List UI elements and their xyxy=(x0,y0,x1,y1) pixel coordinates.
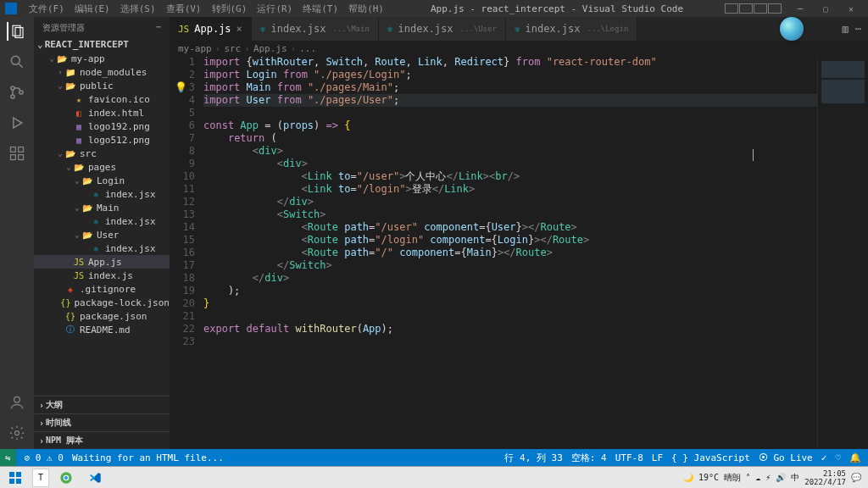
layout-right-icon[interactable] xyxy=(754,3,767,14)
code-content[interactable]: import {withRouter, Switch, Route, Link,… xyxy=(203,56,817,449)
folder-row[interactable]: ⌄📂Login xyxy=(34,174,170,187)
code-line[interactable]: </Switch> xyxy=(203,259,817,272)
file-row[interactable]: JSindex.js xyxy=(34,269,170,282)
extensions-icon[interactable] xyxy=(8,144,26,163)
code-line[interactable]: <Route path="/" component={Main}></Route… xyxy=(203,247,817,259)
menu-item[interactable]: 终端(T) xyxy=(298,1,343,17)
status-item[interactable]: 行 4, 列 33 xyxy=(504,452,562,464)
code-line[interactable]: ); xyxy=(203,285,817,297)
folder-row[interactable]: ⌄📂src xyxy=(34,147,170,160)
sidebar-more-icon[interactable]: ⋯ xyxy=(156,22,161,34)
file-row[interactable]: JSApp.js xyxy=(34,255,170,269)
menu-item[interactable]: 运行(R) xyxy=(252,1,298,17)
taskbar-clock[interactable]: 21:05 2022/4/17 xyxy=(804,469,846,486)
menu-item[interactable]: 帮助(H) xyxy=(343,1,389,17)
search-icon[interactable] xyxy=(8,53,26,71)
split-editor-icon[interactable]: ▥ xyxy=(843,23,849,35)
code-line[interactable] xyxy=(203,107,817,119)
account-icon[interactable] xyxy=(8,393,26,412)
status-item[interactable]: UTF-8 xyxy=(615,452,643,463)
layout-grid-icon[interactable] xyxy=(768,3,782,14)
taskbar-search[interactable]: T xyxy=(32,469,49,487)
breadcrumb-item[interactable]: App.js xyxy=(253,43,287,54)
file-row[interactable]: ⚛index.jsx xyxy=(34,214,170,228)
status-item[interactable]: 🔔 xyxy=(849,452,861,463)
minimap[interactable] xyxy=(817,56,868,449)
file-row[interactable]: ◈.gitignore xyxy=(34,282,170,296)
folder-row[interactable]: ⌄📂my-app xyxy=(34,52,170,65)
sidebar-section[interactable]: ›大纲 xyxy=(34,396,170,413)
taskbar-chrome-icon[interactable] xyxy=(54,469,78,487)
start-button[interactable] xyxy=(3,469,27,487)
status-item[interactable]: ♡ xyxy=(835,452,841,463)
layout-icons[interactable] xyxy=(725,3,782,14)
status-item[interactable]: 空格: 4 xyxy=(571,452,607,464)
code-line[interactable]: <Link to="/login">登录</Link> xyxy=(203,183,817,196)
code-line[interactable]: <Route path="/login" component={Login}><… xyxy=(203,234,817,247)
editor-tab[interactable]: ⚛index.jsx...\Login xyxy=(506,17,637,41)
code-line[interactable] xyxy=(203,336,817,348)
code-line[interactable]: <div> xyxy=(203,158,817,170)
layout-bottom-icon[interactable] xyxy=(739,3,753,14)
breadcrumb[interactable]: my-app›src›App.js›... xyxy=(170,41,868,56)
sidebar-section[interactable]: ›时间线 xyxy=(34,413,170,431)
code-line[interactable]: import {withRouter, Switch, Route, Link,… xyxy=(203,56,817,69)
maximize-button[interactable]: ▢ xyxy=(814,4,837,14)
code-line[interactable]: <Link to="/user">个人中心</Link><br/> xyxy=(203,170,817,183)
file-row[interactable]: ◧index.html xyxy=(34,106,170,119)
remote-indicator[interactable]: ⇋ xyxy=(0,449,16,466)
code-line[interactable]: return ( xyxy=(203,132,817,145)
taskbar-vscode-icon[interactable] xyxy=(83,469,107,487)
assistant-orb-icon[interactable] xyxy=(780,17,804,41)
folder-row[interactable]: ⌄📂Main xyxy=(34,201,170,214)
folder-row[interactable]: ›📁node_modules xyxy=(34,65,170,79)
code-line[interactable]: </div> xyxy=(203,196,817,208)
explorer-icon[interactable] xyxy=(7,22,25,41)
code-line[interactable]: import Login from "./pages/Login"; xyxy=(203,69,817,81)
code-line[interactable]: export default withRouter(App); xyxy=(203,323,817,336)
file-row[interactable]: ▦logo512.png xyxy=(34,133,170,147)
file-row[interactable]: {}package.json xyxy=(34,309,170,323)
code-area[interactable]: 12💡34567891011121314151617181920212223 i… xyxy=(170,56,868,449)
breadcrumb-item[interactable]: my-app xyxy=(178,43,212,54)
breadcrumb-item[interactable]: ... xyxy=(299,43,316,54)
settings-gear-icon[interactable] xyxy=(8,424,26,442)
tray-input-icon[interactable]: 中 xyxy=(791,472,799,484)
weather-widget[interactable]: 🌙 19°C 晴朗 xyxy=(683,472,741,484)
code-line[interactable]: <Switch> xyxy=(203,208,817,221)
folder-row[interactable]: ⌄📂User xyxy=(34,228,170,241)
menu-item[interactable]: 转到(G) xyxy=(207,1,253,17)
sidebar-section[interactable]: ›NPM 脚本 xyxy=(34,431,170,449)
code-line[interactable]: import Main from "./pages/Main"; xyxy=(203,81,817,94)
menu-item[interactable]: 文件(F) xyxy=(24,1,70,17)
source-control-icon[interactable] xyxy=(8,83,26,102)
tray-network-icon[interactable]: ⚡ xyxy=(765,473,771,482)
file-row[interactable]: ★favicon.ico xyxy=(34,92,170,106)
file-row[interactable]: ⓘREADME.md xyxy=(34,323,170,336)
editor-tab[interactable]: ⚛index.jsx...\User xyxy=(379,17,506,41)
file-row[interactable]: ⚛index.jsx xyxy=(34,241,170,255)
editor-tab[interactable]: JSApp.js× xyxy=(170,17,252,41)
project-section[interactable]: ⌄ REACT_INTERCEPT xyxy=(34,37,170,52)
more-actions-icon[interactable]: ⋯ xyxy=(855,23,861,35)
lightbulb-icon[interactable]: 💡 xyxy=(175,81,187,94)
menu-item[interactable]: 查看(V) xyxy=(161,1,207,17)
file-row[interactable]: {}package-lock.json xyxy=(34,296,170,309)
folder-row[interactable]: ⌄📂pages xyxy=(34,160,170,174)
layout-left-icon[interactable] xyxy=(725,3,738,14)
file-row[interactable]: ▦logo192.png xyxy=(34,119,170,133)
code-line[interactable]: } xyxy=(203,297,817,310)
status-item[interactable]: ⦿ Go Live xyxy=(759,452,813,463)
status-item[interactable]: { } JavaScript xyxy=(671,452,750,463)
tray-onedrive-icon[interactable]: ☁ xyxy=(755,473,760,482)
file-row[interactable]: ⚛index.jsx xyxy=(34,187,170,201)
status-item[interactable]: LF xyxy=(652,452,663,463)
code-line[interactable]: <div> xyxy=(203,145,817,158)
code-line[interactable]: import User from "./pages/User"; xyxy=(203,94,817,107)
close-button[interactable]: ✕ xyxy=(839,4,863,14)
status-item[interactable]: ✓ xyxy=(821,452,827,463)
run-debug-icon[interactable] xyxy=(8,114,26,132)
breadcrumb-item[interactable]: src xyxy=(224,43,241,54)
menu-item[interactable]: 编辑(E) xyxy=(70,1,115,17)
notifications-icon[interactable]: 💬 xyxy=(851,473,861,482)
